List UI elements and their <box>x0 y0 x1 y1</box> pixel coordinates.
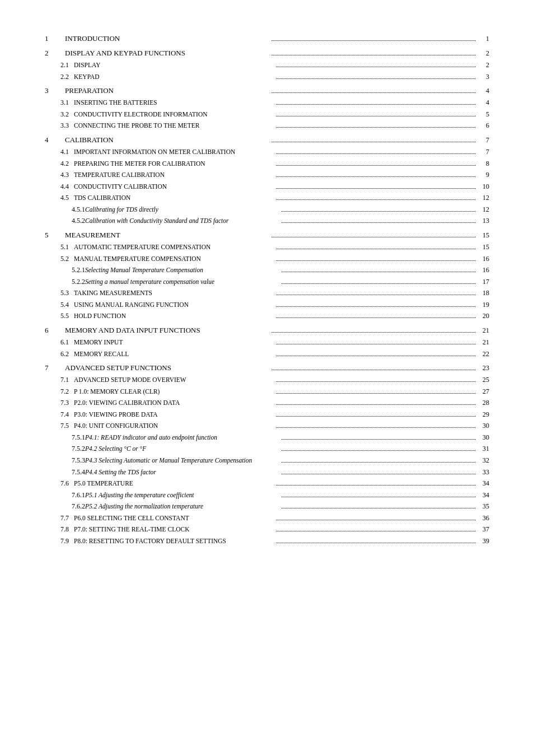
toc-page: 33 <box>478 466 489 478</box>
toc-page: 6 <box>478 120 489 131</box>
toc-num: 5.2.2 <box>45 276 85 287</box>
toc-page: 2 <box>478 59 489 71</box>
toc-page: 25 <box>478 374 489 385</box>
toc-label: ADVANCED SETUP FUNCTIONS <box>65 362 269 374</box>
toc-num: 7.9 <box>45 535 74 547</box>
toc-num: 7.1 <box>45 374 74 385</box>
toc-item: 5.5HOLD FUNCTION20 <box>45 310 489 322</box>
toc-page: 27 <box>478 386 489 397</box>
toc-page: 2 <box>478 48 489 59</box>
toc-item: 6.1MEMORY INPUT21 <box>45 337 489 348</box>
toc-label: CALIBRATION <box>65 134 269 146</box>
toc-label: P5.1 Adjusting the temperature coefficie… <box>85 490 279 501</box>
toc-page: 30 <box>478 420 489 431</box>
toc-page: 22 <box>478 348 489 360</box>
toc-num: 7 <box>45 362 65 374</box>
toc-num: 4.5.1 <box>45 204 85 215</box>
toc-page: 32 <box>478 455 489 466</box>
toc-num: 5.2.1 <box>45 264 85 276</box>
toc-item: 4.2PREPARING THE METER FOR CALIBRATION8 <box>45 158 489 170</box>
toc-item: 2DISPLAY AND KEYPAD FUNCTIONS2 <box>45 47 489 59</box>
toc-item: 3PREPARATION4 <box>45 85 489 97</box>
toc-page: 7 <box>478 134 489 146</box>
toc-num: 5.5 <box>45 310 74 321</box>
toc-dots <box>271 40 476 41</box>
toc-num: 4.1 <box>45 146 74 157</box>
toc-label: MEASUREMENT <box>65 229 269 241</box>
toc-label: MEMORY INPUT <box>74 337 274 348</box>
toc-page: 19 <box>478 299 489 310</box>
toc-label: KEYPAD <box>74 72 274 83</box>
toc-page: 10 <box>478 181 489 192</box>
toc-dots <box>276 356 476 356</box>
toc-label: CONNECTING THE PROBE TO THE METER <box>74 120 274 132</box>
toc-label: TEMPERATURE CALIBRATION <box>74 170 274 181</box>
toc-num: 7.5 <box>45 420 74 431</box>
toc-label: CONDUCTIVITY ELECTRODE INFORMATION <box>74 109 274 120</box>
toc-num: 4 <box>45 134 65 146</box>
toc-num: 7.5.3 <box>45 455 85 466</box>
toc-dots <box>282 508 476 508</box>
toc-dots <box>276 485 476 486</box>
toc-dots <box>276 260 476 261</box>
toc-num: 7.6.1 <box>45 489 85 501</box>
toc-num: 5.4 <box>45 299 74 310</box>
toc-num: 7.2 <box>45 386 74 397</box>
toc-page: 15 <box>478 230 489 241</box>
toc-page: 16 <box>478 264 489 276</box>
toc-item: 7.6.2P5.2 Adjusting the normalization te… <box>45 501 489 512</box>
toc-num: 4.5 <box>45 192 74 203</box>
toc-num: 5.1 <box>45 241 74 253</box>
toc-num: 2.2 <box>45 71 74 82</box>
toc-item: 5.2.2Setting a manual temperature compen… <box>45 276 489 288</box>
toc-page: 9 <box>478 169 489 180</box>
toc-num: 4.5.2 <box>45 215 85 226</box>
toc-page: 8 <box>478 158 489 169</box>
toc-page: 20 <box>478 310 489 321</box>
toc-dots <box>276 381 476 382</box>
toc-num: 5 <box>45 229 65 241</box>
toc-item: 7.5.2P4.2 Selecting °C or °F31 <box>45 443 489 455</box>
toc-label: P4.0: UNIT CONFIGURATION <box>74 421 274 432</box>
toc-dots <box>282 272 476 272</box>
toc-item: 7.3P2.0: VIEWING CALIBRATION DATA28 <box>45 397 489 409</box>
toc-dots <box>276 249 476 249</box>
toc-dots <box>282 283 476 284</box>
toc-page: 4 <box>478 85 489 96</box>
toc-label: Setting a manual temperature compensatio… <box>85 277 279 288</box>
toc-page: 39 <box>478 535 489 547</box>
toc-num: 7.6.2 <box>45 501 85 512</box>
toc-dots <box>282 211 476 212</box>
toc-num: 4.4 <box>45 181 74 192</box>
toc-page: 34 <box>478 478 489 489</box>
toc-item: 4CALIBRATION7 <box>45 134 489 146</box>
toc-item: 4.4CONDUCTIVITY CALIBRATION10 <box>45 181 489 193</box>
toc-num: 7.5.4 <box>45 466 85 478</box>
toc-page: 1 <box>478 33 489 44</box>
toc-page: 36 <box>478 512 489 524</box>
toc-num: 6.1 <box>45 337 74 348</box>
toc-num: 4.2 <box>45 158 74 169</box>
toc-item: 7.2P 1.0: MEMORY CLEAR (CLR)27 <box>45 386 489 398</box>
toc-dots <box>276 427 476 428</box>
toc-num: 7.8 <box>45 524 74 535</box>
toc-dots <box>271 55 476 55</box>
toc-dots <box>276 153 476 154</box>
toc-dots <box>271 92 476 93</box>
toc-page: 4 <box>478 97 489 108</box>
toc-page: 21 <box>478 337 489 348</box>
toc-dots <box>271 370 476 370</box>
toc-num: 7.4 <box>45 409 74 420</box>
toc-label: PREPARATION <box>65 85 269 97</box>
toc-item: 7.1ADVANCED SETUP MODE OVERVIEW25 <box>45 374 489 386</box>
toc-dots <box>276 531 476 531</box>
toc-page: 37 <box>478 524 489 535</box>
toc-label: PREPARING THE METER FOR CALIBRATION <box>74 158 274 170</box>
toc-num: 5.3 <box>45 287 74 298</box>
toc-item: 4.1IMPORTANT INFORMATION ON METER CALIBR… <box>45 146 489 158</box>
toc-dots <box>271 142 476 142</box>
toc-page: 3 <box>478 71 489 82</box>
toc-item: 2.1DISPLAY2 <box>45 59 489 71</box>
toc-item: 7.5.4P4.4 Setting the TDS factor33 <box>45 466 489 478</box>
toc-num: 5.2 <box>45 253 74 264</box>
